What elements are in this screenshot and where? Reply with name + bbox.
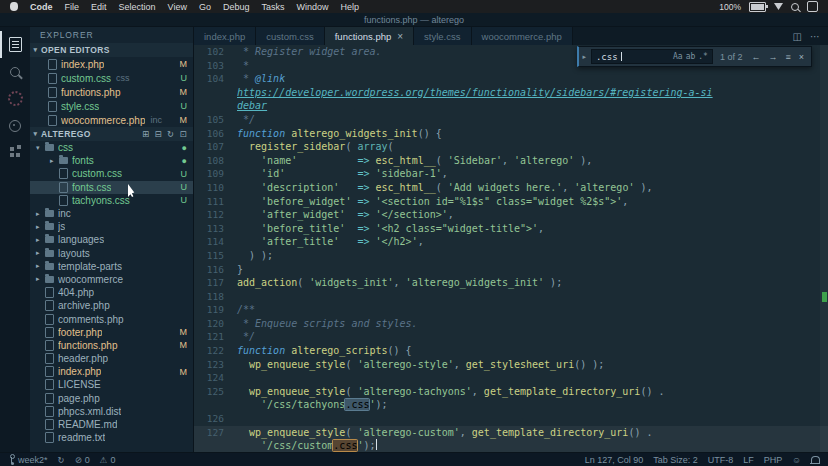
tree-file-index.php[interactable]: index.phpM xyxy=(30,365,193,378)
code-line[interactable]: '/css/custom.css'); xyxy=(194,439,828,452)
code-lines[interactable]: 102 * Register widget area.103 *104 * @l… xyxy=(194,45,828,452)
code-line[interactable]: '/css/tachyons.css'); xyxy=(194,398,828,412)
activity-explorer[interactable] xyxy=(0,31,30,58)
code-line[interactable]: 121 */ xyxy=(194,330,828,344)
new-folder-icon[interactable]: ⊟ xyxy=(154,129,162,139)
code-line[interactable]: 107 register_sidebar( array( xyxy=(194,140,828,154)
tree-file-functions.php[interactable]: functions.phpM xyxy=(30,339,193,352)
code-line[interactable]: 116} xyxy=(194,263,828,277)
code-line[interactable]: 112 'after_widget' => '</section>', xyxy=(194,208,828,222)
status-cursor-position[interactable]: Ln 127, Col 90 xyxy=(585,455,644,465)
status-eol[interactable]: LF xyxy=(743,455,754,465)
code-line[interactable]: 115 ) ); xyxy=(194,249,828,263)
tree-folder-languages[interactable]: ▸languages xyxy=(30,233,193,246)
menu-go[interactable]: Go xyxy=(193,2,217,12)
open-editor-item[interactable]: custom.csscssU xyxy=(30,71,193,85)
code-line[interactable]: 124 xyxy=(194,371,828,385)
spotlight-icon[interactable] xyxy=(791,3,799,11)
split-editor-icon[interactable]: ◫ xyxy=(793,31,802,42)
activity-source-control[interactable] xyxy=(0,85,30,112)
tree-file-footer.php[interactable]: footer.phpM xyxy=(30,326,193,339)
code-editor[interactable]: ▸ .css Aa ab .* 1 of 2 ← → ≡ × xyxy=(194,45,828,452)
refresh-explorer-icon[interactable]: ↻ xyxy=(167,129,175,139)
find-in-selection-button[interactable]: ≡ xyxy=(783,52,792,62)
activity-debug[interactable] xyxy=(0,112,30,139)
collapse-folders-icon[interactable]: ⊡ xyxy=(179,129,187,139)
next-match-button[interactable]: → xyxy=(766,52,779,62)
status-sync[interactable]: ↻ xyxy=(58,455,65,465)
whole-word-button[interactable]: ab xyxy=(686,52,696,61)
menu-window[interactable]: Window xyxy=(290,2,334,12)
status-notifications[interactable] xyxy=(811,456,820,464)
tree-folder-js[interactable]: ▸js xyxy=(30,220,193,233)
code-line[interactable]: 114 'after_title' => '</h2>', xyxy=(194,235,828,249)
tree-folder-css[interactable]: ▾css● xyxy=(30,141,193,154)
tree-file-LICENSE[interactable]: LICENSE xyxy=(30,378,193,391)
code-line[interactable]: 109 'id' => 'sidebar-1', xyxy=(194,167,828,181)
tree-folder-layouts[interactable]: ▸layouts xyxy=(30,247,193,260)
code-line[interactable]: 108 'name' => esc_html__( 'Sidebar', 'al… xyxy=(194,154,828,168)
tree-file-archive.php[interactable]: archive.php xyxy=(30,299,193,312)
tree-file-custom.css[interactable]: custom.cssU xyxy=(30,167,193,180)
tree-file-header.php[interactable]: header.php xyxy=(30,352,193,365)
control-center-icon[interactable] xyxy=(807,1,818,12)
menu-tasks[interactable]: Tasks xyxy=(255,2,290,12)
regex-button[interactable]: .* xyxy=(698,52,708,61)
code-line[interactable]: 127 wp_enqueue_style( 'alterego-custom',… xyxy=(194,426,828,440)
tab-custom.css[interactable]: custom.css xyxy=(256,27,325,45)
tree-file-readme.txt[interactable]: readme.txt xyxy=(30,431,193,444)
tree-file-comments.php[interactable]: comments.php xyxy=(30,312,193,325)
code-line[interactable]: 117add_action( 'widgets_init', 'alterego… xyxy=(194,276,828,290)
code-line[interactable]: 123 wp_enqueue_style( 'alterego-style', … xyxy=(194,358,828,372)
status-git-branch[interactable]: week2* xyxy=(8,455,48,465)
code-line[interactable]: 104 * @link xyxy=(194,72,828,86)
tree-file-phpcs.xml.dist[interactable]: phpcs.xml.dist xyxy=(30,405,193,418)
menu-view[interactable]: View xyxy=(162,2,193,12)
tree-folder-inc[interactable]: ▸inc xyxy=(30,207,193,220)
tree-folder-woocommerce[interactable]: ▸woocommerce xyxy=(30,273,193,286)
more-actions-icon[interactable]: ⋯ xyxy=(810,31,820,42)
code-line[interactable]: 105 */ xyxy=(194,113,828,127)
code-line[interactable]: https://developer.wordpress.org/themes/f… xyxy=(194,86,828,100)
window-title-bar[interactable]: functions.php — alterego xyxy=(0,13,828,27)
menu-debug[interactable]: Debug xyxy=(217,2,256,12)
tree-file-fonts.css[interactable]: fonts.cssU xyxy=(30,181,193,194)
tab-index.php[interactable]: index.php xyxy=(194,27,256,45)
code-line[interactable]: 111 'before_widget' => '<section id="%1$… xyxy=(194,195,828,209)
code-line[interactable]: 118 xyxy=(194,290,828,304)
tab-functions.php[interactable]: functions.php× xyxy=(325,27,414,45)
menu-help[interactable]: Help xyxy=(335,2,366,12)
apple-menu-icon[interactable] xyxy=(10,2,18,11)
status-problems-warnings[interactable]: ⚠0 xyxy=(100,455,116,465)
open-editor-item[interactable]: index.phpM xyxy=(30,57,193,71)
code-line[interactable]: debar xyxy=(194,99,828,113)
tab-woocommerce.php[interactable]: woocommerce.php xyxy=(472,27,573,45)
open-editor-item[interactable]: style.cssU xyxy=(30,99,193,113)
status-language-mode[interactable]: PHP xyxy=(764,455,783,465)
tree-file-404.php[interactable]: 404.php xyxy=(30,286,193,299)
code-line[interactable]: 122function alterego_scripts() { xyxy=(194,344,828,358)
open-editor-item[interactable]: woocommerce.phpincM xyxy=(30,113,193,127)
close-tab-icon[interactable]: × xyxy=(397,31,403,42)
status-problems-errors[interactable]: ⊘0 xyxy=(75,455,90,465)
open-editor-item[interactable]: functions.phpM xyxy=(30,85,193,99)
new-file-icon[interactable]: ⊞ xyxy=(142,129,150,139)
menu-file[interactable]: File xyxy=(59,2,86,12)
tab-style.css[interactable]: style.css xyxy=(414,27,471,45)
tree-folder-fonts[interactable]: ▸fonts● xyxy=(30,154,193,167)
code-line[interactable]: 106function alterego_widgets_init() { xyxy=(194,127,828,141)
code-line[interactable]: 113 'before_title' => '<h2 class="widget… xyxy=(194,222,828,236)
wifi-icon[interactable] xyxy=(774,3,783,10)
tree-folder-template-parts[interactable]: ▸template-parts xyxy=(30,260,193,273)
tree-file-page.php[interactable]: page.php xyxy=(30,392,193,405)
status-encoding[interactable]: UTF-8 xyxy=(708,455,734,465)
editor-scrollbar[interactable] xyxy=(820,45,828,452)
match-case-button[interactable]: Aa xyxy=(673,52,683,61)
code-line[interactable]: 125 wp_enqueue_style( 'alterego-tachyons… xyxy=(194,385,828,399)
tree-file-README.md[interactable]: README.md xyxy=(30,418,193,431)
code-line[interactable]: 126 xyxy=(194,412,828,426)
find-input[interactable]: .css Aa ab .* xyxy=(591,49,713,64)
previous-match-button[interactable]: ← xyxy=(749,52,762,62)
status-indentation[interactable]: Tab Size: 2 xyxy=(653,455,698,465)
toggle-replace-icon[interactable]: ▸ xyxy=(581,53,587,61)
